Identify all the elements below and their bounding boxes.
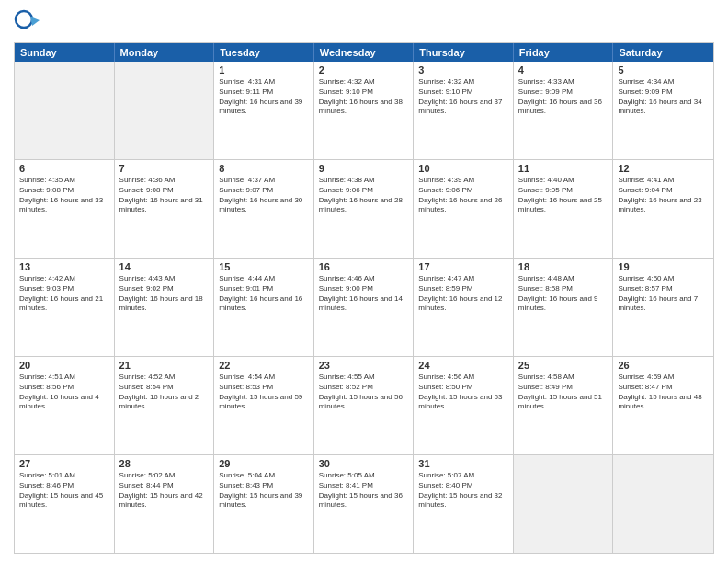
day-number: 11 xyxy=(518,163,609,174)
day-info: Sunrise: 5:04 AM Sunset: 8:43 PM Dayligh… xyxy=(219,471,309,511)
calendar-body: 1Sunrise: 4:31 AM Sunset: 9:11 PM Daylig… xyxy=(15,62,713,553)
day-number: 12 xyxy=(618,163,709,174)
day-info: Sunrise: 4:32 AM Sunset: 9:10 PM Dayligh… xyxy=(418,77,508,117)
calendar-cell: 14Sunrise: 4:43 AM Sunset: 9:02 PM Dayli… xyxy=(115,259,215,356)
calendar-cell xyxy=(613,455,713,553)
day-info: Sunrise: 4:36 AM Sunset: 9:08 PM Dayligh… xyxy=(119,176,210,215)
day-number: 29 xyxy=(219,458,309,469)
day-number: 9 xyxy=(319,163,409,174)
day-info: Sunrise: 4:35 AM Sunset: 9:08 PM Dayligh… xyxy=(19,176,109,215)
calendar-cell: 10Sunrise: 4:39 AM Sunset: 9:06 PM Dayli… xyxy=(414,160,514,258)
calendar-cell: 13Sunrise: 4:42 AM Sunset: 9:03 PM Dayli… xyxy=(15,259,115,356)
header-day-tuesday: Tuesday xyxy=(214,43,314,62)
calendar-cell: 11Sunrise: 4:40 AM Sunset: 9:05 PM Dayli… xyxy=(514,160,614,258)
header-day-saturday: Saturday xyxy=(613,43,713,62)
calendar-row-1: 6Sunrise: 4:35 AM Sunset: 9:08 PM Daylig… xyxy=(15,159,713,258)
calendar-cell: 9Sunrise: 4:38 AM Sunset: 9:06 PM Daylig… xyxy=(314,160,415,258)
day-info: Sunrise: 4:58 AM Sunset: 8:49 PM Dayligh… xyxy=(518,373,609,412)
day-info: Sunrise: 4:55 AM Sunset: 8:52 PM Dayligh… xyxy=(319,373,409,412)
calendar-cell: 31Sunrise: 5:07 AM Sunset: 8:40 PM Dayli… xyxy=(414,455,514,553)
header-day-friday: Friday xyxy=(514,43,614,62)
day-info: Sunrise: 4:41 AM Sunset: 9:04 PM Dayligh… xyxy=(618,176,709,215)
day-number: 13 xyxy=(19,261,109,272)
day-info: Sunrise: 4:47 AM Sunset: 8:59 PM Dayligh… xyxy=(418,274,508,314)
calendar-cell: 27Sunrise: 5:01 AM Sunset: 8:46 PM Dayli… xyxy=(15,455,115,553)
calendar-cell: 26Sunrise: 4:59 AM Sunset: 8:47 PM Dayli… xyxy=(613,357,713,454)
day-number: 8 xyxy=(219,163,309,174)
day-info: Sunrise: 4:43 AM Sunset: 9:02 PM Dayligh… xyxy=(119,274,210,314)
day-info: Sunrise: 4:39 AM Sunset: 9:06 PM Dayligh… xyxy=(418,176,508,215)
day-info: Sunrise: 4:54 AM Sunset: 8:53 PM Dayligh… xyxy=(219,373,309,412)
day-number: 15 xyxy=(219,261,309,272)
calendar: SundayMondayTuesdayWednesdayThursdayFrid… xyxy=(14,42,714,554)
day-info: Sunrise: 4:52 AM Sunset: 8:54 PM Dayligh… xyxy=(119,373,210,412)
calendar-row-3: 20Sunrise: 4:51 AM Sunset: 8:56 PM Dayli… xyxy=(15,356,713,454)
header-day-monday: Monday xyxy=(115,43,215,62)
page-header xyxy=(14,9,714,37)
day-info: Sunrise: 4:56 AM Sunset: 8:50 PM Dayligh… xyxy=(418,373,508,412)
day-info: Sunrise: 4:48 AM Sunset: 8:58 PM Dayligh… xyxy=(518,274,609,314)
day-number: 6 xyxy=(19,163,109,174)
day-number: 24 xyxy=(418,360,508,371)
day-info: Sunrise: 4:31 AM Sunset: 9:11 PM Dayligh… xyxy=(219,77,309,117)
day-number: 26 xyxy=(618,360,709,371)
day-info: Sunrise: 4:59 AM Sunset: 8:47 PM Dayligh… xyxy=(618,373,709,412)
calendar-cell: 4Sunrise: 4:33 AM Sunset: 9:09 PM Daylig… xyxy=(514,62,614,159)
calendar-cell: 2Sunrise: 4:32 AM Sunset: 9:10 PM Daylig… xyxy=(314,62,415,159)
calendar-row-2: 13Sunrise: 4:42 AM Sunset: 9:03 PM Dayli… xyxy=(15,258,713,356)
day-number: 23 xyxy=(319,360,409,371)
day-number: 5 xyxy=(618,64,709,75)
svg-point-0 xyxy=(16,11,32,28)
calendar-cell xyxy=(15,62,115,159)
day-info: Sunrise: 4:40 AM Sunset: 9:05 PM Dayligh… xyxy=(518,176,609,215)
day-number: 14 xyxy=(119,261,210,272)
calendar-cell: 3Sunrise: 4:32 AM Sunset: 9:10 PM Daylig… xyxy=(414,62,514,159)
day-info: Sunrise: 4:34 AM Sunset: 9:09 PM Dayligh… xyxy=(618,77,709,117)
day-info: Sunrise: 4:42 AM Sunset: 9:03 PM Dayligh… xyxy=(19,274,109,314)
day-number: 3 xyxy=(418,64,508,75)
calendar-header: SundayMondayTuesdayWednesdayThursdayFrid… xyxy=(15,43,713,62)
calendar-cell: 16Sunrise: 4:46 AM Sunset: 9:00 PM Dayli… xyxy=(314,259,415,356)
calendar-cell: 22Sunrise: 4:54 AM Sunset: 8:53 PM Dayli… xyxy=(214,357,314,454)
day-number: 22 xyxy=(219,360,309,371)
calendar-cell: 12Sunrise: 4:41 AM Sunset: 9:04 PM Dayli… xyxy=(613,160,713,258)
day-number: 2 xyxy=(319,64,409,75)
day-number: 20 xyxy=(19,360,109,371)
day-info: Sunrise: 4:38 AM Sunset: 9:06 PM Dayligh… xyxy=(319,176,409,215)
logo-icon xyxy=(14,9,41,37)
day-number: 10 xyxy=(418,163,508,174)
day-info: Sunrise: 5:02 AM Sunset: 8:44 PM Dayligh… xyxy=(119,471,210,511)
calendar-cell: 15Sunrise: 4:44 AM Sunset: 9:01 PM Dayli… xyxy=(214,259,314,356)
day-number: 28 xyxy=(119,458,210,469)
calendar-cell: 8Sunrise: 4:37 AM Sunset: 9:07 PM Daylig… xyxy=(214,160,314,258)
calendar-cell: 18Sunrise: 4:48 AM Sunset: 8:58 PM Dayli… xyxy=(514,259,614,356)
calendar-cell: 25Sunrise: 4:58 AM Sunset: 8:49 PM Dayli… xyxy=(514,357,614,454)
calendar-cell xyxy=(115,62,215,159)
day-info: Sunrise: 5:05 AM Sunset: 8:41 PM Dayligh… xyxy=(319,471,409,511)
calendar-cell: 19Sunrise: 4:50 AM Sunset: 8:57 PM Dayli… xyxy=(613,259,713,356)
day-number: 25 xyxy=(518,360,609,371)
day-number: 31 xyxy=(418,458,508,469)
day-number: 27 xyxy=(19,458,109,469)
calendar-row-4: 27Sunrise: 5:01 AM Sunset: 8:46 PM Dayli… xyxy=(15,454,713,553)
calendar-cell: 6Sunrise: 4:35 AM Sunset: 9:08 PM Daylig… xyxy=(15,160,115,258)
calendar-cell: 1Sunrise: 4:31 AM Sunset: 9:11 PM Daylig… xyxy=(214,62,314,159)
day-info: Sunrise: 4:33 AM Sunset: 9:09 PM Dayligh… xyxy=(518,77,609,117)
day-info: Sunrise: 4:46 AM Sunset: 9:00 PM Dayligh… xyxy=(319,274,409,314)
day-info: Sunrise: 4:37 AM Sunset: 9:07 PM Dayligh… xyxy=(219,176,309,215)
calendar-cell: 17Sunrise: 4:47 AM Sunset: 8:59 PM Dayli… xyxy=(414,259,514,356)
day-info: Sunrise: 5:07 AM Sunset: 8:40 PM Dayligh… xyxy=(418,471,508,511)
day-info: Sunrise: 4:32 AM Sunset: 9:10 PM Dayligh… xyxy=(319,77,409,117)
calendar-cell: 23Sunrise: 4:55 AM Sunset: 8:52 PM Dayli… xyxy=(314,357,415,454)
header-day-wednesday: Wednesday xyxy=(314,43,415,62)
day-info: Sunrise: 5:01 AM Sunset: 8:46 PM Dayligh… xyxy=(19,471,109,511)
calendar-cell: 20Sunrise: 4:51 AM Sunset: 8:56 PM Dayli… xyxy=(15,357,115,454)
day-number: 17 xyxy=(418,261,508,272)
calendar-cell: 29Sunrise: 5:04 AM Sunset: 8:43 PM Dayli… xyxy=(214,455,314,553)
calendar-cell: 7Sunrise: 4:36 AM Sunset: 9:08 PM Daylig… xyxy=(115,160,215,258)
calendar-cell: 24Sunrise: 4:56 AM Sunset: 8:50 PM Dayli… xyxy=(414,357,514,454)
day-number: 16 xyxy=(319,261,409,272)
logo xyxy=(14,9,45,37)
header-day-sunday: Sunday xyxy=(15,43,115,62)
header-day-thursday: Thursday xyxy=(414,43,514,62)
